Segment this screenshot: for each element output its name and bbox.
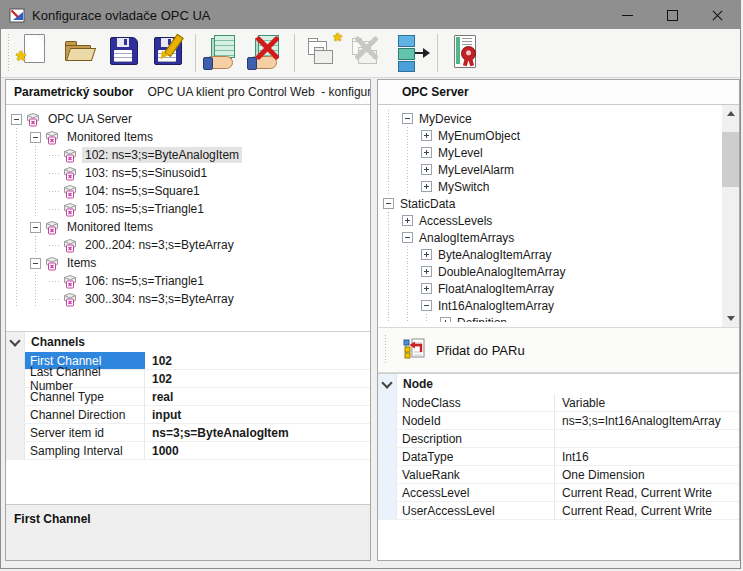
minimize-button[interactable]	[605, 1, 650, 29]
expand-icon[interactable]	[421, 181, 432, 192]
property-value[interactable]: 1000	[145, 442, 370, 459]
scrollbar-thumb[interactable]	[722, 132, 739, 187]
tree-item[interactable]: 106: ns=5;s=Triangle1	[10, 272, 368, 290]
tree-item[interactable]: StaticData	[382, 195, 720, 212]
tree-item[interactable]: 200..204: ns=3;s=ByteArray	[10, 236, 368, 254]
collapse-icon[interactable]	[11, 114, 22, 125]
property-label[interactable]: DataType	[397, 448, 555, 465]
expand-icon[interactable]	[421, 147, 432, 158]
add-to-par-button[interactable]: Přidat do PARu	[394, 333, 533, 368]
collapse-icon[interactable]	[421, 300, 432, 311]
tree-item[interactable]: OPC UA Server	[10, 110, 368, 128]
delete-channels-button[interactable]	[245, 31, 289, 75]
license-button[interactable]	[443, 31, 487, 75]
collapse-chevron-icon[interactable]	[381, 377, 392, 388]
vertical-scrollbar[interactable]	[722, 105, 739, 327]
collapse-icon[interactable]	[30, 222, 41, 233]
insert-channels-button[interactable]	[201, 31, 245, 75]
save-file-button[interactable]	[102, 31, 146, 75]
channel-node-icon	[62, 202, 79, 217]
tree-item[interactable]: 104: ns=5;s=Square1	[10, 182, 368, 200]
tree-item[interactable]: ByteAnalogItemArray	[382, 246, 720, 263]
property-row[interactable]: Description	[378, 430, 739, 448]
tree-item[interactable]: 103: ns=5;s=Sinusoid1	[10, 164, 368, 182]
tree-item[interactable]: 102: ns=3;s=ByteAnalogItem	[10, 146, 368, 164]
toolbar-grip[interactable]	[383, 335, 388, 365]
property-row[interactable]: Channel Directioninput	[6, 406, 370, 424]
tree-item[interactable]: Definition	[382, 314, 720, 322]
save-file-as-button[interactable]	[146, 31, 190, 75]
scroll-up-button[interactable]	[722, 105, 739, 122]
tree-item[interactable]: MyLevel	[382, 144, 720, 161]
tree-item[interactable]: AnalogItemArrays	[382, 229, 720, 246]
property-label[interactable]: Description	[397, 430, 555, 447]
expand-icon[interactable]	[421, 164, 432, 175]
property-row[interactable]: Channel Typereal	[6, 388, 370, 406]
expand-icon[interactable]	[440, 317, 451, 322]
tree-item[interactable]: Monitored Items	[10, 128, 368, 146]
collapse-icon[interactable]	[383, 198, 394, 209]
property-row[interactable]: ValueRankOne Dimension	[378, 466, 739, 484]
property-row[interactable]: AccessLevelCurrent Read, Current Write	[378, 484, 739, 502]
property-value[interactable]: ns=3;s=ByteAnalogItem	[145, 424, 370, 441]
tree-item[interactable]: Int16AnalogItemArray	[382, 297, 720, 314]
property-value[interactable]: Current Read, Current Write	[555, 484, 739, 501]
property-row[interactable]: Last Channel Number102	[6, 370, 370, 388]
property-label[interactable]: AccessLevel	[397, 484, 555, 501]
collapse-chevron-icon[interactable]	[9, 335, 20, 346]
property-label[interactable]: Last Channel Number	[25, 370, 145, 387]
property-value[interactable]: input	[145, 406, 370, 423]
property-row[interactable]: Server item idns=3;s=ByteAnalogItem	[6, 424, 370, 442]
property-row[interactable]: DataTypeInt16	[378, 448, 739, 466]
property-label[interactable]: Channel Type	[25, 388, 145, 405]
expand-icon[interactable]	[402, 215, 413, 226]
property-row[interactable]: NodeClassVariable	[378, 394, 739, 412]
property-label[interactable]: Server item id	[25, 424, 145, 441]
property-value[interactable]: Int16	[555, 448, 739, 465]
property-value[interactable]: 102	[145, 352, 370, 369]
scroll-down-button[interactable]	[722, 310, 739, 327]
tree-item[interactable]: 105: ns=5;s=Triangle1	[10, 200, 368, 218]
property-label[interactable]: Channel Direction	[25, 406, 145, 423]
tree-item[interactable]: MyLevelAlarm	[382, 161, 720, 178]
expand-icon[interactable]	[421, 283, 432, 294]
property-value[interactable]: real	[145, 388, 370, 405]
property-label[interactable]: ValueRank	[397, 466, 555, 483]
property-value[interactable]: 102	[145, 370, 370, 387]
export-structure-button[interactable]	[388, 31, 432, 75]
property-value[interactable]: One Dimension	[555, 466, 739, 483]
tree-item[interactable]: 300..304: ns=3;s=ByteArray	[10, 290, 368, 308]
new-file-button[interactable]: *	[14, 31, 58, 75]
property-label[interactable]: NodeClass	[397, 394, 555, 411]
collapse-icon[interactable]	[402, 113, 413, 124]
maximize-button[interactable]	[650, 1, 695, 29]
tree-item[interactable]: DoubleAnalogItemArray	[382, 263, 720, 280]
collapse-icon[interactable]	[402, 232, 413, 243]
expand-icon[interactable]	[421, 130, 432, 141]
expand-icon[interactable]	[421, 266, 432, 277]
collapse-icon[interactable]	[30, 132, 41, 143]
tree-item[interactable]: Items	[10, 254, 368, 272]
tree-item[interactable]: FloatAnalogItemArray	[382, 280, 720, 297]
property-row[interactable]: UserAccessLevelCurrent Read, Current Wri…	[378, 502, 739, 520]
property-label[interactable]: NodeId	[397, 412, 555, 429]
property-label[interactable]: UserAccessLevel	[397, 502, 555, 519]
tree-item[interactable]: MySwitch	[382, 178, 720, 195]
property-row[interactable]: Sampling Interval1000	[6, 442, 370, 460]
tree-item[interactable]: AccessLevels	[382, 212, 720, 229]
property-value[interactable]: ns=3;s=Int16AnalogItemArray	[555, 412, 739, 429]
tree-item[interactable]: Monitored Items	[10, 218, 368, 236]
new-group-button[interactable]: *	[300, 31, 344, 75]
property-value[interactable]	[555, 430, 739, 447]
toolbar-grip[interactable]	[6, 34, 11, 72]
property-value[interactable]: Variable	[555, 394, 739, 411]
tree-item[interactable]: MyEnumObject	[382, 127, 720, 144]
collapse-icon[interactable]	[30, 258, 41, 269]
property-label[interactable]: Sampling Interval	[25, 442, 145, 459]
open-file-button[interactable]	[58, 31, 102, 75]
tree-item[interactable]: MyDevice	[382, 110, 720, 127]
property-value[interactable]: Current Read, Current Write	[555, 502, 739, 519]
close-button[interactable]	[695, 1, 740, 29]
expand-icon[interactable]	[421, 249, 432, 260]
property-row[interactable]: NodeIdns=3;s=Int16AnalogItemArray	[378, 412, 739, 430]
